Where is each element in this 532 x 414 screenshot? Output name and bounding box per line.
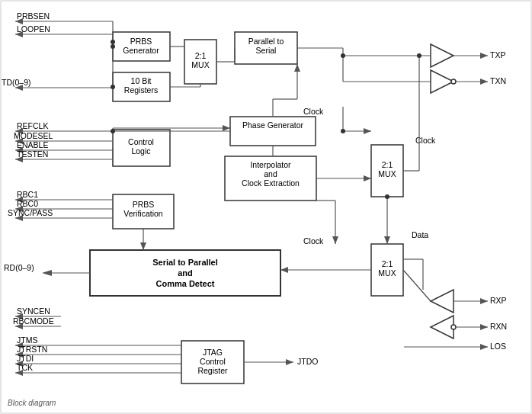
svg-text:Clock: Clock	[303, 107, 324, 116]
svg-text:TCK: TCK	[17, 363, 33, 372]
svg-text:JTDI: JTDI	[17, 354, 34, 363]
svg-text:RD(0–9): RD(0–9)	[4, 263, 34, 272]
svg-point-18	[451, 325, 456, 329]
svg-text:and: and	[264, 169, 277, 178]
svg-text:Comma Detect: Comma Detect	[155, 279, 214, 288]
svg-text:Clock Extraction: Clock Extraction	[242, 178, 300, 188]
svg-text:SYNC/PASS: SYNC/PASS	[8, 208, 53, 217]
svg-text:TD(0–9): TD(0–9)	[2, 78, 31, 87]
svg-text:Logic: Logic	[131, 146, 150, 156]
svg-text:REFCLK: REFCLK	[17, 121, 48, 130]
svg-text:Block diagram: Block diagram	[8, 399, 56, 407]
svg-text:TXN: TXN	[490, 76, 506, 85]
svg-text:2:1: 2:1	[195, 51, 207, 60]
svg-text:Serial to Parallel: Serial to Parallel	[152, 258, 218, 267]
svg-text:and: and	[178, 268, 193, 278]
svg-text:MODESEL: MODESEL	[14, 131, 53, 140]
svg-text:Control: Control	[128, 137, 154, 146]
svg-text:JTMS: JTMS	[17, 335, 37, 345]
svg-text:MUX: MUX	[378, 268, 396, 278]
svg-text:PRBS: PRBS	[133, 200, 155, 209]
svg-point-49	[111, 40, 115, 44]
svg-text:SYNCEN: SYNCEN	[17, 306, 50, 316]
svg-text:Verification: Verification	[123, 209, 163, 218]
svg-text:Clock: Clock	[415, 136, 436, 145]
svg-text:RBCMODE: RBCMODE	[13, 316, 54, 326]
svg-text:Clock: Clock	[303, 236, 324, 246]
svg-text:PRBSEN: PRBSEN	[17, 11, 50, 21]
svg-text:TESTEN: TESTEN	[17, 149, 48, 159]
svg-text:Data: Data	[412, 230, 428, 239]
svg-text:LOS: LOS	[490, 342, 506, 351]
diagram-container: PRBS Generator 10 Bit Registers 2:1 MUX …	[0, 0, 532, 414]
svg-point-140	[111, 129, 115, 133]
svg-text:RBC0: RBC0	[17, 199, 38, 208]
svg-text:RBC1: RBC1	[17, 190, 38, 199]
svg-text:Register: Register	[197, 366, 228, 375]
svg-text:LOOPEN: LOOPEN	[17, 24, 50, 34]
svg-text:JTAG: JTAG	[203, 348, 223, 357]
svg-text:TXP: TXP	[490, 50, 505, 59]
svg-text:10 Bit: 10 Bit	[131, 76, 152, 85]
svg-text:RXN: RXN	[490, 322, 507, 331]
svg-text:JTDO: JTDO	[297, 357, 318, 366]
svg-text:Registers: Registers	[124, 85, 158, 95]
svg-text:Interpolator: Interpolator	[250, 160, 291, 169]
svg-point-156	[111, 44, 115, 49]
svg-point-163	[341, 129, 345, 133]
svg-text:Parallel to: Parallel to	[248, 37, 284, 46]
svg-point-145	[417, 53, 421, 58]
svg-text:Phase Generator: Phase Generator	[242, 120, 303, 130]
svg-text:Control: Control	[200, 357, 226, 366]
svg-text:RXP: RXP	[490, 296, 507, 305]
svg-point-157	[111, 85, 115, 89]
svg-point-15	[451, 79, 456, 84]
svg-text:Generator: Generator	[123, 46, 159, 55]
svg-text:2:1: 2:1	[382, 160, 393, 169]
svg-text:Serial: Serial	[256, 46, 277, 55]
svg-text:MUX: MUX	[191, 60, 209, 69]
svg-point-167	[385, 194, 389, 199]
svg-text:MUX: MUX	[378, 169, 396, 178]
svg-text:JTRSTN: JTRSTN	[17, 345, 47, 354]
svg-point-131	[341, 53, 345, 58]
svg-text:PRBS: PRBS	[130, 37, 152, 46]
svg-text:2:1: 2:1	[382, 259, 393, 268]
svg-text:ENABLE: ENABLE	[17, 140, 48, 149]
diagram-svg: PRBS Generator 10 Bit Registers 2:1 MUX …	[0, 0, 532, 414]
